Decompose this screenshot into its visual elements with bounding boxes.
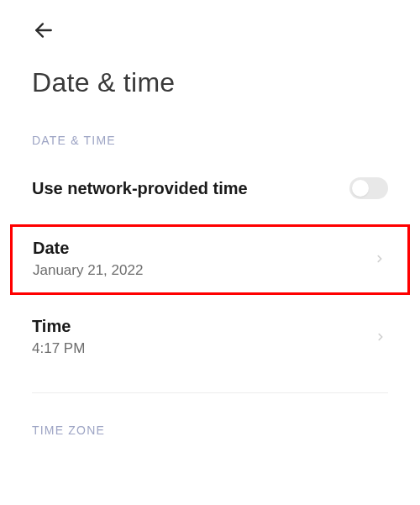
row-date[interactable]: Date January 21, 2022	[10, 224, 410, 295]
chevron-right-icon	[373, 329, 388, 345]
header	[0, 0, 420, 50]
network-time-toggle[interactable]	[349, 177, 388, 199]
row-network-time[interactable]: Use network-provided time	[0, 162, 420, 219]
section-header-time-zone: TIME ZONE	[0, 393, 420, 452]
row-date-value: January 21, 2022	[33, 262, 143, 279]
row-time-content: Time 4:17 PM	[32, 317, 85, 357]
arrow-left-icon	[33, 19, 55, 41]
row-time-value: 4:17 PM	[32, 340, 85, 357]
toggle-knob	[352, 180, 369, 197]
settings-screen: Date & time DATE & TIME Use network-prov…	[0, 0, 420, 452]
chevron-right-icon	[372, 251, 387, 266]
row-time[interactable]: Time 4:17 PM	[0, 298, 420, 372]
row-date-label: Date	[33, 239, 143, 258]
section-header-date-time: DATE & TIME	[0, 124, 420, 162]
page-title: Date & time	[0, 50, 420, 124]
row-date-content: Date January 21, 2022	[33, 239, 143, 279]
back-button[interactable]	[32, 18, 55, 42]
row-network-time-label: Use network-provided time	[32, 179, 248, 198]
row-time-label: Time	[32, 317, 85, 336]
